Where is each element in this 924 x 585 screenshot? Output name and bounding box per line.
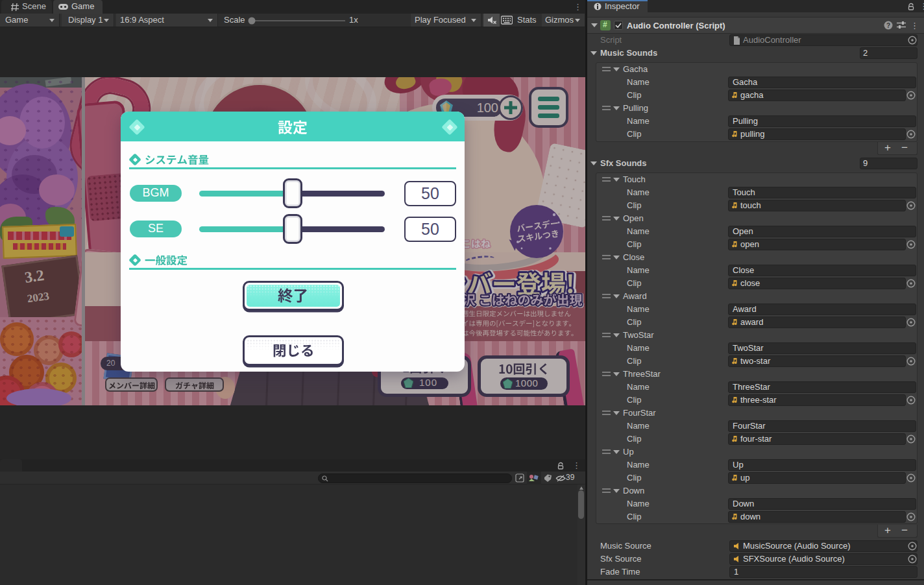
svg-text:?: ? [886,22,890,29]
